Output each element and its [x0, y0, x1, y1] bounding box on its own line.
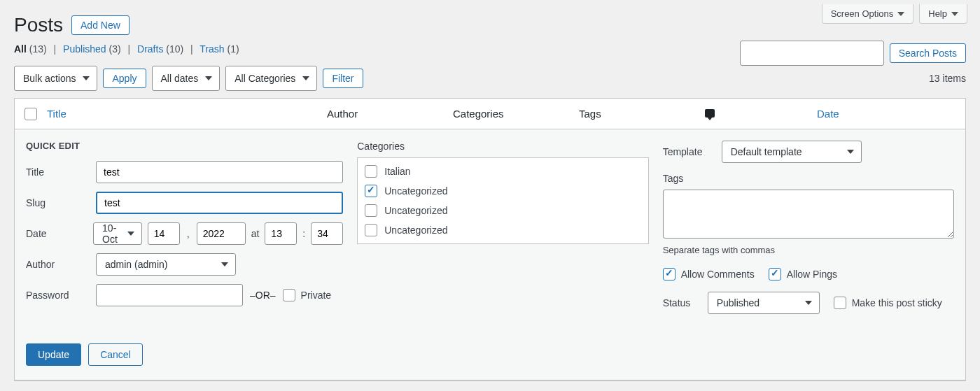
category-list: Italian Uncategorized Uncategorized Unca…	[357, 157, 648, 244]
category-checkbox[interactable]	[365, 165, 377, 178]
author-select[interactable]: admin (admin)	[96, 253, 236, 276]
allow-comments-label: Allow Comments	[681, 269, 755, 280]
table-header: Title Author Categories Tags Date	[15, 99, 965, 129]
cancel-button[interactable]: Cancel	[88, 343, 143, 366]
slug-label: Slug	[26, 197, 89, 208]
filter-published[interactable]: Published	[63, 43, 106, 55]
at-label: at	[251, 228, 260, 239]
category-item: Uncategorized	[365, 204, 640, 217]
chevron-down-icon	[951, 12, 958, 16]
year-input[interactable]	[197, 222, 246, 245]
category-checkbox[interactable]	[365, 204, 377, 217]
allow-pings-checkbox[interactable]	[769, 268, 781, 280]
status-label: Status	[663, 297, 701, 308]
date-filter-label: All dates	[161, 73, 199, 84]
category-filter-select[interactable]: All Categories	[225, 66, 317, 91]
category-checkbox[interactable]	[365, 185, 377, 197]
template-select[interactable]: Default template	[722, 141, 862, 163]
update-button[interactable]: Update	[26, 343, 81, 366]
category-item: Uncategorized	[365, 224, 640, 236]
sticky-checkbox[interactable]	[834, 297, 846, 309]
quick-edit-heading: QUICK EDIT	[26, 141, 343, 151]
bulk-actions-label: Bulk actions	[23, 73, 76, 84]
status-select[interactable]: Published	[708, 292, 820, 314]
template-value: Default template	[731, 146, 802, 157]
filter-drafts-count: (10)	[166, 43, 183, 55]
category-filter-label: All Categories	[234, 73, 295, 84]
search-input[interactable]	[740, 41, 884, 66]
category-item: Uncategorized	[365, 185, 640, 197]
or-label: –OR–	[250, 290, 276, 301]
apply-button[interactable]: Apply	[103, 69, 146, 88]
allow-pings-label: Allow Pings	[787, 269, 837, 280]
date-label: Date	[26, 228, 86, 239]
help-button[interactable]: Help	[919, 4, 967, 24]
filter-all-count: (13)	[29, 43, 47, 55]
sticky-label: Make this post sticky	[852, 297, 942, 308]
title-label: Title	[26, 166, 89, 178]
comment-icon	[705, 109, 715, 118]
tags-textarea[interactable]	[663, 190, 954, 239]
col-date[interactable]: Date	[817, 108, 965, 120]
filter-all[interactable]: All	[14, 43, 27, 55]
help-label: Help	[928, 8, 947, 19]
minute-input[interactable]	[311, 222, 343, 245]
col-comments	[705, 108, 817, 120]
title-input[interactable]	[96, 161, 343, 183]
col-categories: Categories	[453, 108, 579, 120]
screen-options-button[interactable]: Screen Options	[822, 4, 914, 24]
screen-options-label: Screen Options	[831, 8, 894, 19]
category-item: Italian	[365, 165, 640, 178]
template-label: Template	[663, 146, 715, 157]
filter-button[interactable]: Filter	[323, 69, 363, 88]
category-label: Uncategorized	[384, 225, 447, 236]
category-checkbox[interactable]	[365, 224, 377, 236]
tags-help: Separate tags with commas	[663, 245, 954, 255]
quick-edit-panel: QUICK EDIT Title Slug Date 10-Oct , at	[15, 129, 965, 381]
private-checkbox[interactable]	[283, 289, 295, 301]
chevron-down-icon	[897, 12, 904, 16]
month-value: 10-Oct	[102, 222, 120, 245]
filter-drafts[interactable]: Drafts	[137, 43, 163, 55]
private-label: Private	[301, 290, 332, 301]
filter-trash-count: (1)	[227, 43, 239, 55]
author-label: Author	[26, 259, 89, 270]
day-input[interactable]	[148, 222, 180, 245]
search-posts-button[interactable]: Search Posts	[890, 43, 966, 63]
hour-input[interactable]	[265, 222, 297, 245]
author-value: admin (admin)	[105, 259, 167, 270]
allow-comments-checkbox[interactable]	[663, 268, 676, 280]
items-count: 13 items	[929, 73, 966, 84]
month-select[interactable]: 10-Oct	[93, 222, 142, 245]
slug-input[interactable]	[96, 192, 343, 214]
password-input[interactable]	[96, 284, 243, 306]
filter-trash[interactable]: Trash	[200, 43, 224, 55]
categories-heading: Categories	[357, 141, 648, 152]
date-filter-select[interactable]: All dates	[152, 66, 220, 91]
page-title: Posts	[14, 14, 63, 36]
select-all-checkbox[interactable]	[24, 108, 37, 120]
time-colon: :	[302, 228, 305, 239]
category-label: Italian	[384, 166, 410, 177]
add-new-button[interactable]: Add New	[71, 15, 130, 35]
category-label: Uncategorized	[384, 185, 447, 197]
category-label: Uncategorized	[384, 205, 447, 216]
col-author: Author	[327, 108, 453, 120]
col-tags: Tags	[579, 108, 705, 120]
col-title[interactable]: Title	[47, 108, 327, 120]
status-value: Published	[717, 297, 760, 308]
password-label: Password	[26, 290, 89, 301]
filter-published-count: (3)	[109, 43, 121, 55]
bulk-actions-select[interactable]: Bulk actions	[14, 66, 97, 91]
tags-heading: Tags	[663, 173, 954, 184]
